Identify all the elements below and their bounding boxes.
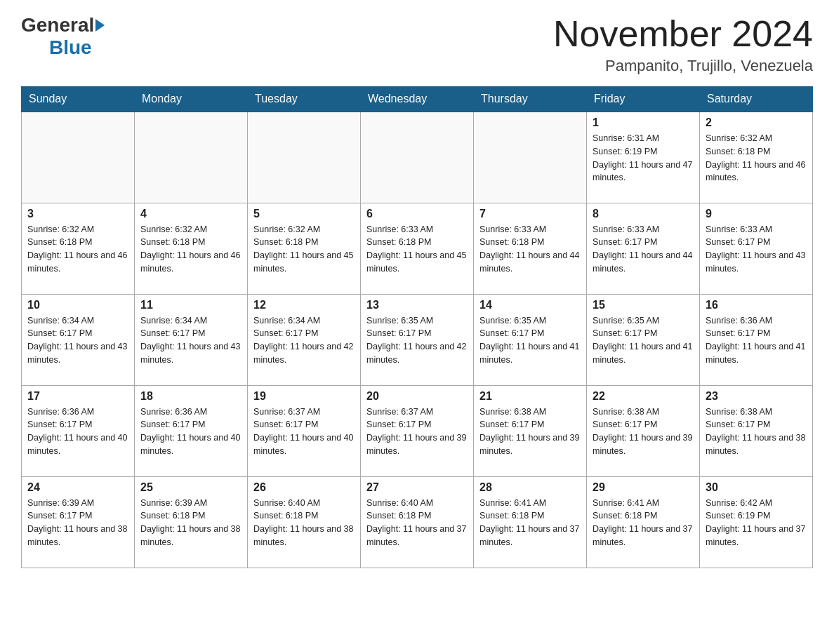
day-info: Sunrise: 6:34 AM Sunset: 6:17 PM Dayligh… <box>253 314 355 367</box>
calendar-cell: 22Sunrise: 6:38 AM Sunset: 6:17 PM Dayli… <box>587 385 700 476</box>
day-info: Sunrise: 6:36 AM Sunset: 6:17 PM Dayligh… <box>140 405 241 458</box>
day-info: Sunrise: 6:38 AM Sunset: 6:17 PM Dayligh… <box>593 405 694 458</box>
day-number: 8 <box>593 208 694 220</box>
calendar-cell: 18Sunrise: 6:36 AM Sunset: 6:17 PM Dayli… <box>135 385 248 476</box>
day-info: Sunrise: 6:40 AM Sunset: 6:18 PM Dayligh… <box>253 497 355 549</box>
logo-bottom-row: Blue <box>21 36 105 59</box>
day-info: Sunrise: 6:37 AM Sunset: 6:17 PM Dayligh… <box>253 405 355 458</box>
calendar-cell: 17Sunrise: 6:36 AM Sunset: 6:17 PM Dayli… <box>22 385 135 476</box>
calendar-header-row: SundayMondayTuesdayWednesdayThursdayFrid… <box>22 87 813 112</box>
day-info: Sunrise: 6:34 AM Sunset: 6:17 PM Dayligh… <box>140 314 241 367</box>
calendar-table: SundayMondayTuesdayWednesdayThursdayFrid… <box>21 86 813 568</box>
logo-general-text: General <box>21 14 94 36</box>
calendar-cell: 15Sunrise: 6:35 AM Sunset: 6:17 PM Dayli… <box>587 294 700 385</box>
calendar-cell: 10Sunrise: 6:34 AM Sunset: 6:17 PM Dayli… <box>22 294 135 385</box>
day-info: Sunrise: 6:34 AM Sunset: 6:17 PM Dayligh… <box>27 314 128 367</box>
day-info: Sunrise: 6:41 AM Sunset: 6:18 PM Dayligh… <box>479 497 581 549</box>
day-info: Sunrise: 6:35 AM Sunset: 6:17 PM Dayligh… <box>366 314 468 367</box>
day-number: 15 <box>593 299 694 311</box>
calendar-cell: 27Sunrise: 6:40 AM Sunset: 6:18 PM Dayli… <box>361 476 474 568</box>
calendar-week-row: 24Sunrise: 6:39 AM Sunset: 6:17 PM Dayli… <box>22 476 813 568</box>
day-info: Sunrise: 6:33 AM Sunset: 6:18 PM Dayligh… <box>366 223 468 276</box>
day-number: 21 <box>479 390 581 403</box>
day-info: Sunrise: 6:36 AM Sunset: 6:17 PM Dayligh… <box>706 314 807 367</box>
calendar-cell: 9Sunrise: 6:33 AM Sunset: 6:17 PM Daylig… <box>700 203 813 294</box>
title-block: November 2024 Pampanito, Trujillo, Venez… <box>553 14 813 75</box>
col-header-monday: Monday <box>135 87 248 112</box>
day-number: 29 <box>593 481 694 494</box>
day-number: 23 <box>706 390 807 403</box>
day-info: Sunrise: 6:38 AM Sunset: 6:17 PM Dayligh… <box>706 405 807 458</box>
calendar-cell <box>135 112 248 203</box>
day-number: 19 <box>253 390 355 403</box>
col-header-saturday: Saturday <box>700 87 813 112</box>
day-number: 24 <box>27 481 128 494</box>
day-number: 9 <box>706 208 807 220</box>
calendar-cell: 4Sunrise: 6:32 AM Sunset: 6:18 PM Daylig… <box>135 203 248 294</box>
calendar-cell: 7Sunrise: 6:33 AM Sunset: 6:18 PM Daylig… <box>474 203 587 294</box>
day-number: 22 <box>593 390 694 403</box>
calendar-cell: 11Sunrise: 6:34 AM Sunset: 6:17 PM Dayli… <box>135 294 248 385</box>
day-number: 4 <box>140 208 241 220</box>
day-info: Sunrise: 6:40 AM Sunset: 6:18 PM Dayligh… <box>366 497 468 549</box>
calendar-cell: 19Sunrise: 6:37 AM Sunset: 6:17 PM Dayli… <box>248 385 361 476</box>
logo: General Blue <box>21 14 105 59</box>
calendar-cell: 3Sunrise: 6:32 AM Sunset: 6:18 PM Daylig… <box>22 203 135 294</box>
day-info: Sunrise: 6:38 AM Sunset: 6:17 PM Dayligh… <box>479 405 581 458</box>
col-header-sunday: Sunday <box>22 87 135 112</box>
day-number: 5 <box>253 208 355 220</box>
day-number: 30 <box>706 481 807 494</box>
day-info: Sunrise: 6:32 AM Sunset: 6:18 PM Dayligh… <box>27 223 128 276</box>
day-info: Sunrise: 6:35 AM Sunset: 6:17 PM Dayligh… <box>593 314 694 367</box>
day-number: 3 <box>27 208 128 220</box>
day-number: 10 <box>27 299 128 311</box>
month-title: November 2024 <box>553 14 813 54</box>
calendar-cell: 21Sunrise: 6:38 AM Sunset: 6:17 PM Dayli… <box>474 385 587 476</box>
col-header-thursday: Thursday <box>474 87 587 112</box>
day-number: 7 <box>479 208 581 220</box>
calendar-cell: 29Sunrise: 6:41 AM Sunset: 6:18 PM Dayli… <box>587 476 700 568</box>
day-info: Sunrise: 6:32 AM Sunset: 6:18 PM Dayligh… <box>140 223 241 276</box>
day-number: 20 <box>366 390 468 403</box>
calendar-cell: 20Sunrise: 6:37 AM Sunset: 6:17 PM Dayli… <box>361 385 474 476</box>
day-info: Sunrise: 6:39 AM Sunset: 6:18 PM Dayligh… <box>140 497 241 549</box>
calendar-cell <box>361 112 474 203</box>
logo-top-row: General <box>21 14 105 36</box>
calendar-cell <box>474 112 587 203</box>
calendar-cell: 1Sunrise: 6:31 AM Sunset: 6:19 PM Daylig… <box>587 112 700 203</box>
day-number: 27 <box>366 481 468 494</box>
day-info: Sunrise: 6:33 AM Sunset: 6:17 PM Dayligh… <box>706 223 807 276</box>
calendar-cell: 14Sunrise: 6:35 AM Sunset: 6:17 PM Dayli… <box>474 294 587 385</box>
day-number: 6 <box>366 208 468 220</box>
calendar-cell: 12Sunrise: 6:34 AM Sunset: 6:17 PM Dayli… <box>248 294 361 385</box>
day-info: Sunrise: 6:42 AM Sunset: 6:19 PM Dayligh… <box>706 497 807 549</box>
day-number: 13 <box>366 299 468 311</box>
calendar-week-row: 3Sunrise: 6:32 AM Sunset: 6:18 PM Daylig… <box>22 203 813 294</box>
day-number: 28 <box>479 481 581 494</box>
calendar-cell: 16Sunrise: 6:36 AM Sunset: 6:17 PM Dayli… <box>700 294 813 385</box>
calendar-week-row: 10Sunrise: 6:34 AM Sunset: 6:17 PM Dayli… <box>22 294 813 385</box>
day-info: Sunrise: 6:36 AM Sunset: 6:17 PM Dayligh… <box>27 405 128 458</box>
day-number: 25 <box>140 481 241 494</box>
calendar-cell: 24Sunrise: 6:39 AM Sunset: 6:17 PM Dayli… <box>22 476 135 568</box>
day-info: Sunrise: 6:41 AM Sunset: 6:18 PM Dayligh… <box>593 497 694 549</box>
calendar-cell: 25Sunrise: 6:39 AM Sunset: 6:18 PM Dayli… <box>135 476 248 568</box>
calendar-cell: 8Sunrise: 6:33 AM Sunset: 6:17 PM Daylig… <box>587 203 700 294</box>
col-header-friday: Friday <box>587 87 700 112</box>
day-info: Sunrise: 6:35 AM Sunset: 6:17 PM Dayligh… <box>479 314 581 367</box>
day-info: Sunrise: 6:37 AM Sunset: 6:17 PM Dayligh… <box>366 405 468 458</box>
day-info: Sunrise: 6:33 AM Sunset: 6:17 PM Dayligh… <box>593 223 694 276</box>
calendar-cell <box>248 112 361 203</box>
col-header-wednesday: Wednesday <box>361 87 474 112</box>
calendar-cell <box>22 112 135 203</box>
day-number: 2 <box>706 116 807 129</box>
day-number: 18 <box>140 390 241 403</box>
day-info: Sunrise: 6:32 AM Sunset: 6:18 PM Dayligh… <box>706 132 807 185</box>
calendar-cell: 13Sunrise: 6:35 AM Sunset: 6:17 PM Dayli… <box>361 294 474 385</box>
day-number: 12 <box>253 299 355 311</box>
calendar-cell: 28Sunrise: 6:41 AM Sunset: 6:18 PM Dayli… <box>474 476 587 568</box>
page-header: General Blue November 2024 Pampanito, Tr… <box>21 14 813 75</box>
day-number: 26 <box>253 481 355 494</box>
day-info: Sunrise: 6:33 AM Sunset: 6:18 PM Dayligh… <box>479 223 581 276</box>
day-info: Sunrise: 6:39 AM Sunset: 6:17 PM Dayligh… <box>27 497 128 549</box>
